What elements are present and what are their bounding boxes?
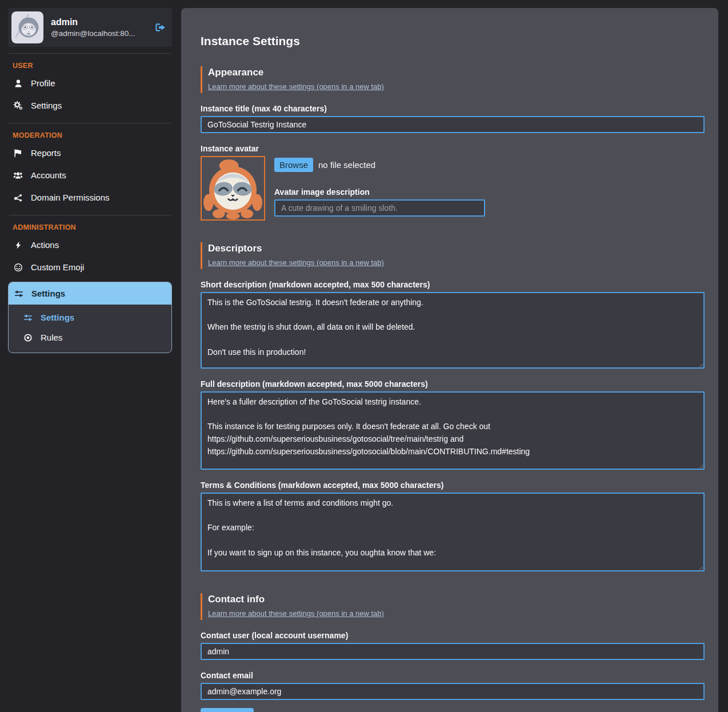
instance-avatar-label: Instance avatar: [201, 144, 705, 153]
file-status-text: no file selected: [318, 160, 375, 170]
nav-section-moderation-label: MODERATION: [13, 131, 169, 139]
contact-user-input[interactable]: [201, 643, 705, 660]
settings-nav-group: Settings Settings: [8, 282, 172, 353]
instance-title-input[interactable]: [201, 116, 705, 133]
descriptors-section-header: Descriptors Learn more about these setti…: [201, 242, 705, 269]
sidebar-item-admin-settings[interactable]: Settings: [9, 282, 171, 305]
nav-section-administration-label: ADMINISTRATION: [13, 223, 169, 231]
sidebar-item-label: Settings: [31, 289, 65, 298]
sliders-icon: [13, 289, 24, 298]
sidebar-item-label: Domain Permissions: [31, 193, 110, 202]
contact-heading: Contact info: [208, 594, 705, 605]
sidebar-subitem-label: Rules: [41, 333, 62, 342]
sidebar-item-label: Actions: [31, 240, 59, 250]
sidebar: admin @admin@localhost:80... USER Profil…: [8, 8, 172, 353]
sidebar-item-label: Reports: [31, 148, 61, 158]
instance-title-label: Instance title (max 40 characters): [201, 104, 705, 113]
sidebar-item-profile[interactable]: Profile: [8, 72, 172, 94]
sidebar-item-domain-permissions[interactable]: Domain Permissions: [8, 186, 172, 209]
user-card[interactable]: admin @admin@localhost:80...: [8, 8, 172, 47]
nav-section-user-label: USER: [13, 62, 169, 70]
sidebar-subitem-rules[interactable]: Rules: [9, 327, 171, 347]
smiley-icon: [13, 263, 23, 272]
avatar-description-label: Avatar image description: [274, 187, 485, 197]
sidebar-item-label: Custom Emoji: [31, 262, 84, 272]
sidebar-item-user-settings[interactable]: Settings: [8, 94, 172, 117]
sidebar-divider: [9, 123, 171, 123]
sidebar-item-reports[interactable]: Reports: [8, 142, 172, 164]
user-info: admin @admin@localhost:80...: [51, 17, 147, 38]
users-icon: [13, 171, 23, 180]
sidebar-item-label: Settings: [31, 101, 62, 110]
sidebar-item-actions[interactable]: Actions: [8, 234, 172, 256]
user-handle: @admin@localhost:80...: [51, 29, 147, 38]
page-title: Instance Settings: [201, 34, 705, 48]
instance-settings-panel: Instance Settings Appearance Learn more …: [181, 8, 718, 712]
user-name: admin: [51, 17, 147, 27]
user-avatar: [11, 11, 43, 43]
browse-button[interactable]: Browse: [274, 158, 313, 172]
contact-email-label: Contact email: [201, 671, 705, 680]
short-description-label: Short description (markdown accepted, ma…: [201, 280, 705, 289]
app-layout: admin @admin@localhost:80... USER Profil…: [0, 0, 728, 712]
appearance-section-header: Appearance Learn more about these settin…: [201, 66, 705, 93]
avatar-upload-controls: Browse no file selected Avatar image des…: [274, 156, 485, 221]
appearance-heading: Appearance: [208, 67, 705, 78]
sidebar-divider: [9, 215, 171, 215]
sidebar-divider: [9, 53, 171, 54]
file-input-row: Browse no file selected: [274, 158, 485, 172]
instance-avatar-image: [201, 156, 265, 221]
contact-section-header: Contact info Learn more about these sett…: [201, 593, 705, 620]
descriptors-learn-more-link[interactable]: Learn more about these settings (opens i…: [208, 258, 384, 267]
short-description-textarea[interactable]: This is the GoToSocial testrig. It doesn…: [201, 292, 705, 369]
sidebar-subitem-settings[interactable]: Settings: [9, 307, 171, 327]
share-nodes-icon: [13, 193, 23, 202]
contact-learn-more-link[interactable]: Learn more about these settings (opens i…: [208, 609, 384, 618]
flag-icon: [13, 149, 23, 158]
avatar-description-input[interactable]: [274, 199, 485, 217]
bolt-icon: [13, 241, 23, 250]
user-gears-icon: [13, 101, 23, 110]
sign-out-icon[interactable]: [155, 22, 166, 33]
full-description-textarea[interactable]: Here's a fuller description of the GoToS…: [201, 391, 705, 470]
sliders-icon: [22, 313, 33, 322]
descriptors-heading: Descriptors: [208, 243, 705, 254]
sidebar-subitem-label: Settings: [41, 313, 74, 322]
terms-label: Terms & Conditions (markdown accepted, m…: [201, 481, 705, 490]
full-description-label: Full description (markdown accepted, max…: [201, 379, 705, 389]
appearance-learn-more-link[interactable]: Learn more about these settings (opens i…: [208, 82, 384, 91]
terms-textarea[interactable]: This is where a list of terms and condit…: [201, 493, 705, 571]
user-icon: [13, 79, 23, 88]
save-button[interactable]: Save: [201, 708, 254, 712]
contact-email-input[interactable]: [201, 683, 705, 700]
sidebar-item-label: Accounts: [31, 170, 66, 180]
instance-avatar-block: Browse no file selected Avatar image des…: [201, 156, 705, 221]
contact-user-label: Contact user (local account username): [201, 631, 705, 640]
settings-submenu: Settings Rules: [9, 305, 171, 353]
sidebar-item-custom-emoji[interactable]: Custom Emoji: [8, 256, 172, 278]
sidebar-item-label: Profile: [31, 78, 55, 88]
sidebar-item-accounts[interactable]: Accounts: [8, 164, 172, 186]
circle-dot-icon: [22, 333, 33, 342]
